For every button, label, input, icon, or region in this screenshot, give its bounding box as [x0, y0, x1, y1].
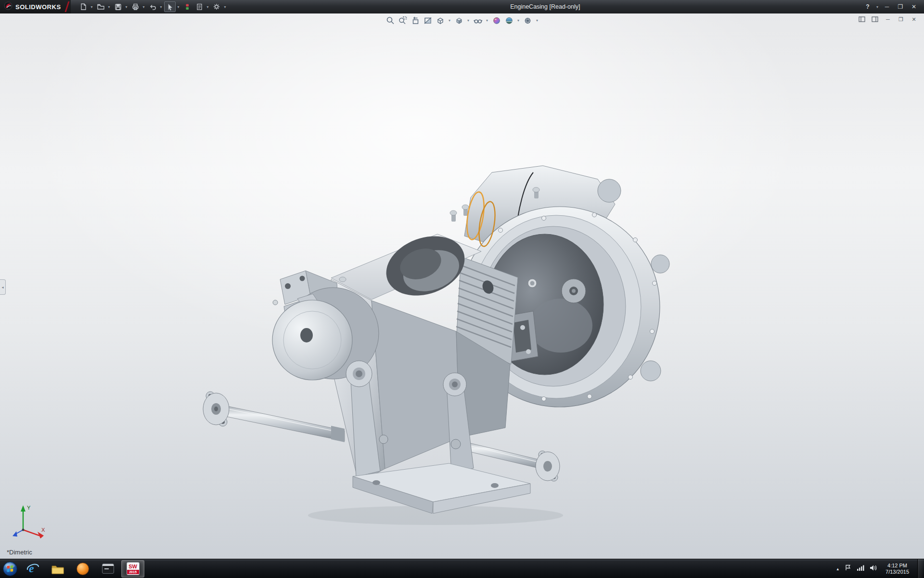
clock-date: 7/13/2015 [886, 569, 909, 575]
chevron-down-icon[interactable]: ▾ [159, 5, 164, 9]
help-button[interactable]: ? [861, 1, 874, 12]
chevron-down-icon[interactable]: ▾ [141, 5, 146, 9]
media-player-button[interactable] [71, 560, 94, 578]
print-button[interactable] [129, 1, 141, 12]
previous-view-button[interactable] [410, 15, 421, 26]
clock-time: 4:12 PM [886, 563, 909, 569]
view-settings-button[interactable] [523, 15, 533, 26]
chevron-down-icon[interactable]: ▾ [535, 18, 539, 23]
main-toolbar: ▾ ▾ ▾ ▾ [77, 1, 228, 12]
chevron-down-icon[interactable]: ▾ [124, 5, 129, 9]
save-button[interactable] [112, 1, 124, 12]
close-button[interactable]: ✕ [908, 1, 920, 12]
action-center-icon[interactable] [844, 564, 851, 573]
internet-explorer-icon: e [26, 562, 39, 576]
windows-taskbar: e SW 2015 ▴ [0, 559, 924, 578]
minimize-doc-button[interactable]: ─ [884, 15, 892, 23]
brand-text: SOLIDWORKS [15, 3, 61, 11]
zoom-to-fit-button[interactable] [385, 15, 396, 26]
chevron-down-icon[interactable]: ▾ [223, 5, 228, 9]
taskbar-clock[interactable]: 4:12 PM 7/13/2015 [883, 563, 912, 575]
window-title: EngineCasing [Read-only] [510, 3, 580, 10]
command-prompt-icon [102, 564, 114, 574]
close-doc-button[interactable]: ✕ [910, 15, 918, 23]
chevron-down-icon[interactable]: ▾ [90, 5, 94, 9]
rebuild-button[interactable] [181, 1, 193, 12]
chevron-down-icon[interactable]: ▾ [448, 18, 452, 23]
windows-explorer-button[interactable] [46, 560, 69, 578]
triad-x-label: X [41, 527, 45, 533]
volume-icon[interactable] [870, 565, 877, 573]
chevron-down-icon[interactable]: ▾ [107, 5, 112, 9]
orientation-triad: Y X [8, 501, 49, 542]
window-controls: ? ▾ ─ ❐ ✕ [861, 1, 924, 12]
folder-icon [51, 563, 64, 575]
section-view-button[interactable] [423, 15, 433, 26]
display-style-button[interactable] [454, 15, 464, 26]
featuremanager-collapse-tab[interactable]: ◂ [0, 279, 6, 295]
zoom-to-area-button[interactable] [398, 15, 408, 26]
system-tray: ▴ 4:12 PM 7/13/2015 [837, 559, 924, 578]
undo-button[interactable] [147, 1, 158, 12]
show-desktop-button[interactable] [917, 559, 923, 578]
graphics-viewport[interactable]: ▾ ▾ ▾ [0, 13, 924, 559]
chevron-down-icon[interactable]: ▾ [205, 5, 210, 9]
solidworks-taskbar-button[interactable]: SW 2015 [121, 560, 144, 578]
solidworks-window: SOLIDWORKS ▾ ▾ ▾ [0, 0, 924, 578]
select-button[interactable] [164, 1, 176, 12]
internet-explorer-button[interactable]: e [21, 560, 44, 578]
show-hidden-icons-button[interactable]: ▴ [837, 566, 839, 571]
open-button[interactable] [95, 1, 106, 12]
media-player-icon [77, 563, 89, 575]
titlebar: SOLIDWORKS ▾ ▾ ▾ [0, 0, 924, 13]
minimize-button[interactable]: ─ [881, 1, 893, 12]
command-prompt-button[interactable] [96, 560, 119, 578]
feature-pane-left-icon[interactable] [858, 15, 866, 23]
apply-scene-button[interactable] [504, 15, 514, 26]
chevron-down-icon[interactable]: ▾ [516, 18, 521, 23]
restore-button[interactable]: ❐ [894, 1, 907, 12]
dassault-logo-icon [4, 1, 13, 12]
file-properties-button[interactable] [193, 1, 205, 12]
view-orientation-label: *Dimetric [7, 549, 32, 556]
heads-up-view-toolbar: ▾ ▾ ▾ [385, 15, 539, 26]
start-button[interactable] [0, 559, 20, 578]
options-button[interactable] [211, 1, 222, 12]
chevron-down-icon[interactable]: ▾ [485, 18, 489, 23]
chevron-down-icon[interactable]: ▾ [176, 5, 181, 9]
solidworks-app-icon: SW 2015 [127, 562, 140, 575]
chevron-down-icon[interactable]: ▾ [466, 18, 471, 23]
hide-show-items-button[interactable] [473, 15, 483, 26]
view-orientation-button[interactable] [435, 15, 446, 26]
new-document-button[interactable] [77, 1, 89, 12]
network-icon[interactable] [857, 565, 864, 573]
engine-casing-model[interactable] [0, 13, 924, 559]
edit-appearance-button[interactable] [491, 15, 502, 26]
document-window-controls: ─ ❐ ✕ [858, 15, 918, 23]
left-shaft[interactable] [203, 392, 345, 442]
feature-pane-right-icon[interactable] [871, 15, 879, 23]
chevron-down-icon[interactable]: ▾ [875, 5, 880, 9]
restore-doc-button[interactable]: ❐ [897, 15, 905, 23]
solidworks-brand: SOLIDWORKS [0, 0, 71, 13]
triad-y-label: Y [27, 505, 31, 511]
